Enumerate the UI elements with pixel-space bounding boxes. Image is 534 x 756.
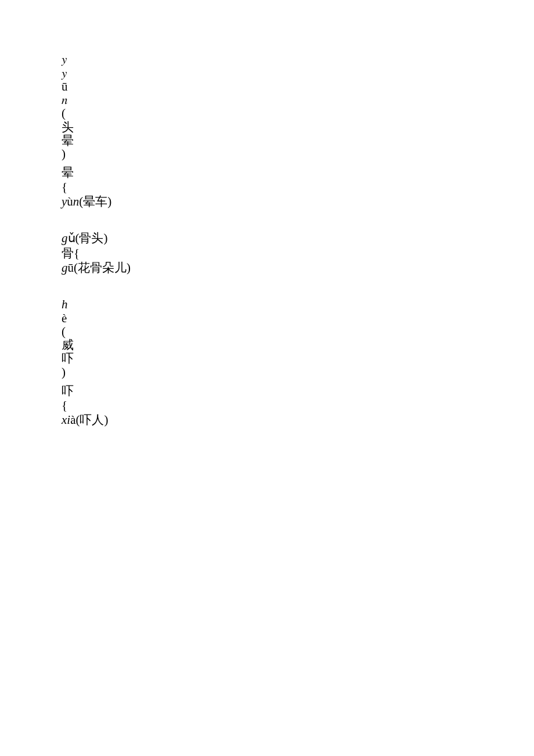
pinyin: y	[62, 195, 67, 208]
char-glyph: 吓	[62, 352, 74, 365]
head-char: 骨	[62, 246, 74, 260]
head-char-line: 晕	[62, 165, 468, 180]
char-glyph: 𝑦	[62, 67, 74, 80]
head-char-line: 骨{	[62, 246, 468, 261]
char-glyph: 晕	[62, 134, 74, 147]
char-glyph: (	[62, 325, 74, 339]
char-glyph: è	[62, 312, 74, 325]
char-glyph: )	[62, 366, 74, 379]
entry-yun: 𝑦 𝑦 ū 𝑛 ( 头 晕 ) 晕 { yùn(晕车)	[62, 52, 468, 209]
example-word: (晕车)	[79, 195, 111, 208]
vertical-prefix: è ( 威 吓 )	[62, 312, 468, 379]
reading-line: xià(吓人)	[62, 413, 468, 427]
brace-line: {	[62, 180, 468, 195]
pinyin: ù	[67, 195, 73, 208]
reading-line: gǔ(骨头)	[62, 231, 468, 246]
pinyin: xi	[62, 413, 70, 427]
head-char: 吓	[62, 384, 74, 398]
entry-xia: h è ( 威 吓 ) 吓 { xià(吓人)	[62, 297, 468, 427]
char-glyph: h	[62, 297, 68, 311]
char-glyph: 威	[62, 339, 74, 352]
char-glyph: )	[62, 147, 74, 161]
example-word: (花骨朵儿)	[74, 261, 131, 275]
brace-line: {	[62, 398, 468, 413]
char-glyph: ū	[62, 80, 74, 93]
head-char: 晕	[62, 165, 74, 179]
char-glyph: 头	[62, 121, 74, 134]
example-word: (吓人)	[75, 413, 108, 427]
vertical-prefix-indent: h	[62, 297, 468, 312]
head-char-line: 吓	[62, 384, 468, 398]
pinyin: n	[73, 195, 80, 208]
reading-line: yùn(晕车)	[62, 195, 468, 209]
entry-gu: gǔ(骨头) 骨{ gū(花骨朵儿)	[62, 231, 468, 275]
pinyin: ū	[68, 261, 74, 275]
char-glyph: 𝑛	[62, 93, 74, 107]
pinyin: ǔ	[68, 231, 75, 245]
document-body: 𝑦 𝑦 ū 𝑛 ( 头 晕 ) 晕 { yùn(晕车) gǔ(骨头) 骨{	[62, 52, 468, 427]
char-glyph: (	[62, 107, 74, 120]
pinyin: g	[62, 231, 68, 245]
pinyin: g	[62, 261, 68, 275]
vertical-prefix: 𝑦 ū 𝑛 ( 头 晕 )	[62, 67, 468, 161]
example-word: (骨头)	[75, 231, 108, 245]
char-glyph: 𝑦	[62, 52, 67, 66]
vertical-prefix-indent: 𝑦	[62, 52, 468, 67]
reading-line: gū(花骨朵儿)	[62, 261, 468, 275]
